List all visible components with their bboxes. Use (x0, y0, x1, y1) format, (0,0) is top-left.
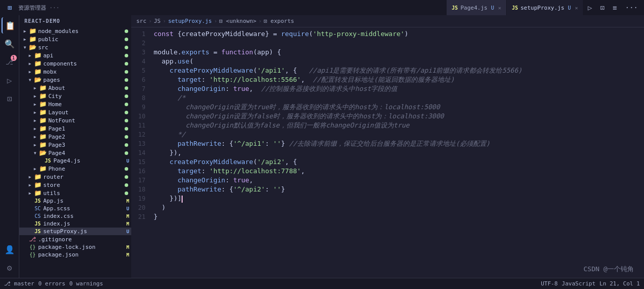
tree-item-node-modules[interactable]: ▶📁node_modules (19, 27, 131, 35)
file-badge: U (127, 229, 129, 234)
tree-item-src[interactable]: ▼📂src (19, 43, 131, 51)
tree-item-public[interactable]: ▶📁public (19, 35, 131, 43)
tab-page4js[interactable]: JS Page4.js U ✕ (447, 0, 507, 15)
code-line: 21} (131, 212, 644, 221)
tree-label: About (48, 85, 125, 91)
line-content: target: 'http://localhost:5566', //配置转发目… (152, 75, 644, 84)
code-line: 2 (131, 39, 644, 48)
line-number: 17 (131, 176, 152, 185)
tree-label: public (38, 36, 125, 43)
line-number: 3 (131, 48, 152, 57)
tree-item-index-js[interactable]: JSindex.jsM (19, 220, 131, 228)
tree-item-home[interactable]: ▶📁Home (19, 100, 131, 108)
tab-page4js-close[interactable]: ✕ (498, 5, 501, 11)
explorer-label: 资源管理器 (18, 4, 46, 12)
status-dot (125, 94, 128, 98)
tree-item-app-js[interactable]: JSApp.jsM (19, 197, 131, 205)
title-more-icon[interactable]: ··· (623, 3, 640, 13)
breadcrumb-sep-2: › (163, 18, 166, 24)
tree-label: index.css (43, 213, 127, 219)
tree-icon: CS (34, 213, 42, 219)
tree-label: Page3 (48, 142, 125, 148)
more-actions-icon[interactable]: ≡ (610, 3, 619, 13)
sidebar-item-account[interactable]: 👤 (2, 241, 18, 258)
tree-item-components[interactable]: ▶📁components (19, 59, 131, 68)
text-cursor (182, 196, 183, 203)
split-editor-icon[interactable]: ⊡ (598, 3, 606, 13)
tree-item-utils[interactable]: ▶📁utils (19, 189, 131, 197)
line-number: 9 (131, 103, 152, 112)
tree-arrow: ▶ (32, 118, 39, 123)
code-line: 16 target: 'http://localhost:7788', (131, 167, 644, 176)
tree-item-store[interactable]: ▶📁store (19, 181, 131, 189)
tree-arrow: ▶ (26, 191, 34, 196)
line-content: changeOrigin设置为true时，服务器收到的请求头中的host为：lo… (152, 103, 644, 112)
sidebar-item-debug[interactable]: ▷ (2, 72, 18, 88)
tree-item-router[interactable]: ▶📁router (19, 173, 131, 181)
tree-item-app-scss[interactable]: SCApp.scssU (19, 205, 131, 212)
sidebar-item-explorer[interactable]: 📋 (2, 17, 18, 34)
tree-item-page2[interactable]: ▶📁Page2 (19, 133, 131, 141)
sidebar-item-settings[interactable]: ⚙ (2, 260, 18, 276)
file-badge: M (127, 199, 129, 204)
tree-label: index.js (43, 220, 127, 227)
tree-arrow: ▶ (26, 53, 34, 58)
tree-item-pages[interactable]: ▼📂pages (19, 76, 131, 84)
breadcrumb-src: src (136, 18, 147, 24)
tree-label: Page4.js (53, 157, 127, 164)
status-dot (125, 78, 128, 82)
code-line: 5 createProxyMiddleware('/api1', { //api… (131, 66, 644, 75)
encoding-label[interactable]: UTF-8 (541, 280, 558, 287)
tree-label: Page2 (48, 134, 125, 140)
line-content: createProxyMiddleware('/api1', { //api1是… (152, 66, 644, 75)
tree-item-api[interactable]: ▶📁api (19, 51, 131, 59)
tree-item-mobx[interactable]: ▶📁mobx (19, 68, 131, 76)
sidebar-item-git[interactable]: ⎇ 1 (2, 54, 18, 70)
tree-item-index-css[interactable]: CSindex.cssM (19, 212, 131, 220)
tab-setupproxy-close[interactable]: ✕ (575, 5, 578, 11)
sidebar-item-extensions[interactable]: ⊡ (2, 90, 18, 107)
tree-label: node_modules (38, 28, 125, 35)
tree-label: Page1 (48, 125, 125, 132)
tree-label: pages (43, 77, 125, 83)
title-dots: ··· (49, 5, 60, 11)
sidebar-item-search[interactable]: 🔍 (2, 36, 18, 52)
tree-icon: 📁 (39, 101, 47, 108)
code-line: 15 createProxyMiddleware('/api2', { (131, 157, 644, 167)
git-branch[interactable]: ⎇ master (4, 280, 34, 287)
tree-item-about[interactable]: ▶📁About (19, 84, 131, 92)
tree-item-page4-js[interactable]: JSPage4.jsU (19, 157, 131, 165)
tree-label: Home (48, 101, 125, 108)
tree-item-city[interactable]: ▶📁City (19, 92, 131, 100)
tree-icon: 📁 (39, 165, 47, 172)
tab-js-icon: JS (452, 5, 458, 11)
tree-label: City (48, 93, 125, 100)
code-editor[interactable]: 1const {createProxyMiddleware} = require… (131, 27, 644, 278)
tree-icon: 📁 (28, 27, 37, 35)
tree-item-notfount[interactable]: ▶📁NotFount (19, 116, 131, 124)
tree-item--gitignore[interactable]: ⎇.gitignore (19, 235, 131, 243)
tree-item-layout[interactable]: ▶📁Layout (19, 108, 131, 116)
tree-label: package-lock.json (38, 244, 127, 250)
run-icon[interactable]: ▷ (586, 3, 594, 13)
line-content: ) (152, 203, 644, 212)
line-content: app.use( (152, 57, 644, 66)
tree-item-package-json[interactable]: {}package.jsonM (19, 251, 131, 259)
tree-item-page3[interactable]: ▶📁Page3 (19, 141, 131, 149)
tree-item-package-lock-json[interactable]: {}package-lock.jsonM (19, 243, 131, 251)
tree-arrow: ▼ (21, 45, 28, 50)
tree-label: components (43, 60, 125, 67)
tree-item-phone[interactable]: ▶📁Phone (19, 165, 131, 173)
tree-icon: 📂 (28, 44, 37, 51)
tree-item-page1[interactable]: ▶📁Page1 (19, 124, 131, 133)
code-line: 13 pathRewrite: {'^/api1': ''} //去除请求前缀，… (131, 139, 644, 148)
line-number: 10 (131, 112, 152, 121)
cursor-position[interactable]: Ln 21, Col 1 (600, 280, 640, 287)
debug-icon: ▷ (7, 76, 12, 85)
tab-setupproxy[interactable]: JS setupProxy.js U ✕ (507, 0, 583, 15)
tree-icon: 📁 (39, 109, 47, 116)
language-label[interactable]: JavaScript (562, 280, 595, 287)
tree-label: Layout (48, 109, 125, 116)
tree-item-setupproxy-js[interactable]: JSsetupProxy.jsU (19, 228, 131, 235)
tree-item-page4[interactable]: ▼📂Page4 (19, 149, 131, 157)
